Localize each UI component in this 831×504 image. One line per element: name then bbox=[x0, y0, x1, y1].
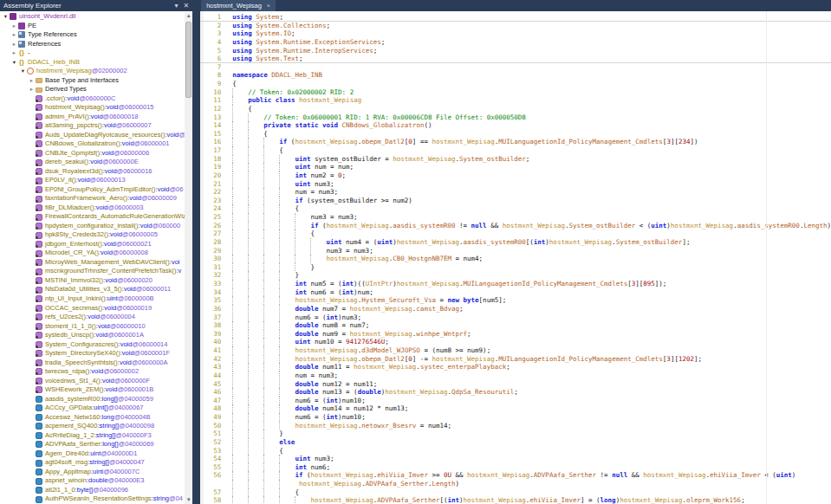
expander-icon[interactable]: ▸ bbox=[10, 48, 18, 58]
tree-item[interactable]: hostmxnt_Wepisag() : void @06000015 bbox=[0, 103, 185, 113]
code-line[interactable]: 45double num12 = num11; bbox=[200, 380, 831, 389]
tree-item[interactable]: twrecws_rdpa() : void @06000002 bbox=[0, 367, 185, 377]
tree-item[interactable]: faxntationFramework_Aero() : void @06000… bbox=[0, 194, 185, 204]
tree-item[interactable]: System_Configurascres() : void @06000014 bbox=[0, 340, 185, 350]
code-line[interactable]: 31} bbox=[200, 263, 831, 272]
tree-item[interactable]: ▾uinsoht_Wvdenrl.dll bbox=[0, 12, 185, 22]
tree-item[interactable]: OCCAC_secnmas() : void @06000019 bbox=[0, 304, 185, 313]
tab-close-icon[interactable]: × bbox=[267, 0, 270, 11]
expander-icon[interactable]: ▸ bbox=[10, 40, 18, 49]
code-line[interactable]: 8namespace DDACL_Heb_INB bbox=[200, 71, 831, 80]
tree-item[interactable]: Acceswz_Netw160 : long @0400004B bbox=[0, 413, 185, 423]
tree-item[interactable]: EP0LV_it() : void @06000013 bbox=[0, 176, 185, 185]
code-line[interactable]: 16if (hostmxnt_Wepisag.obepm_Datl2[0] ==… bbox=[200, 138, 831, 146]
code-line[interactable]: 38double num8 = num7; bbox=[200, 321, 831, 330]
code-line[interactable]: 25num3 = num3; bbox=[200, 213, 831, 222]
tree-item[interactable]: mscnkgroundTrhnsfer_ContentPrefetchTask(… bbox=[0, 267, 185, 276]
code-line[interactable]: 5using System.Runtime.InteropServices; bbox=[200, 47, 831, 55]
tree-item[interactable]: admim_PrAVI() : void @06000018 bbox=[0, 113, 185, 122]
code-line[interactable]: 28uint num4 = (uint)hostmxnt_Wepisag.aas… bbox=[200, 238, 831, 247]
tab-hostmxnt-wepisag[interactable]: hostmxnt_Wepisag × bbox=[201, 0, 276, 11]
expander-icon[interactable]: ▾ bbox=[10, 58, 18, 68]
code-line[interactable]: 35hostmxnt_Wepisag.Hystem_Securoft_Vsa =… bbox=[200, 296, 831, 305]
tree-item[interactable]: AuthPWSeanIn_ResentationSettings : strin… bbox=[0, 494, 185, 504]
tree-item[interactable]: ▸References bbox=[0, 40, 185, 49]
code-line[interactable]: 29num3 = num3; bbox=[200, 247, 831, 255]
tree-item[interactable]: EP0Nt_GroupPolicy_AdmTmplEditor() : void… bbox=[0, 185, 185, 195]
tree-item[interactable]: agt04soft_msg : string[] @04000047 bbox=[0, 458, 185, 468]
tree-item[interactable]: ati2l1_1_0 : byte[] @04000096 bbox=[0, 486, 185, 495]
tree-item[interactable]: ▸{}- bbox=[0, 48, 185, 58]
expander-icon[interactable]: ▸ bbox=[10, 30, 18, 40]
expander-icon[interactable]: ▾ bbox=[19, 67, 27, 76]
code-line[interactable]: 4using System.Runtime.ExceptionServices; bbox=[200, 38, 831, 47]
code-line[interactable]: 18uint system_ostBuilder = hostmxnt_Wepi… bbox=[200, 155, 831, 164]
code-line[interactable]: 46double num13 = (double)hostmxnt_Wepisa… bbox=[200, 388, 831, 397]
code-line[interactable]: 36double num7 = hostmxnt_Wepisag.camst_B… bbox=[200, 305, 831, 313]
code-line[interactable]: 40uint num10 = 941276546U; bbox=[200, 338, 831, 346]
tree-item[interactable]: ▸Derived Types bbox=[0, 85, 185, 94]
tree-item[interactable]: ▾hostmxnt_Wepisag @02000002 bbox=[0, 67, 185, 76]
code-line[interactable]: hostmxnt_Wepisag.ADVPAafa_Serther.Length… bbox=[200, 480, 831, 488]
tree-scrollbar[interactable]: ▲ ▼ bbox=[185, 12, 192, 504]
tree-item[interactable]: ▸Type References bbox=[0, 30, 185, 40]
tree-item[interactable]: jdbgom_Enterhost() : void @06000021 bbox=[0, 240, 185, 249]
code-line[interactable]: 27{ bbox=[200, 229, 831, 238]
code-line[interactable]: 12{ bbox=[200, 105, 831, 113]
tree-item[interactable]: dsuk_Royaleext3d() : void @06000016 bbox=[0, 167, 185, 177]
code-line[interactable]: 55int num6; bbox=[200, 463, 831, 472]
chevron-down-icon[interactable]: ▾ bbox=[174, 0, 178, 11]
code-line[interactable]: 7 bbox=[200, 63, 831, 72]
tree-item[interactable]: ati3aming_pspctrs() : void @06000007 bbox=[0, 121, 185, 131]
code-line[interactable]: 19uint num = num; bbox=[200, 163, 831, 171]
code-line[interactable]: 51} bbox=[200, 430, 831, 438]
code-line[interactable]: 17{ bbox=[200, 146, 831, 155]
code-line[interactable]: 21uint num3; bbox=[200, 180, 831, 189]
tree-item[interactable]: .cctor() : void @0600000C bbox=[0, 94, 185, 104]
tree-item[interactable]: MicroyWeb_Management_WebDAVClient() : vo… bbox=[0, 258, 185, 268]
code-line[interactable]: 15{ bbox=[200, 130, 831, 139]
tree-item[interactable]: CNBJte_Gpmptsf() : void @06000006 bbox=[0, 149, 185, 158]
code-line[interactable]: 52else bbox=[200, 438, 831, 447]
code-line[interactable]: 23if (system_ostBuilder >= num2) bbox=[200, 197, 831, 205]
code-line[interactable]: 9{ bbox=[200, 80, 831, 88]
code-line[interactable]: 56if (hostmxnt_Wepisag.ehiViia_Imver >= … bbox=[200, 471, 831, 480]
tree-item[interactable]: CNBdows_Globalizatron() : void @06000001 bbox=[0, 139, 185, 149]
tree-item[interactable]: MSTINI_Immvol32() : void @06000020 bbox=[0, 276, 185, 286]
expander-icon[interactable]: ▾ bbox=[2, 12, 10, 22]
code-line[interactable]: 26if (hostmxnt_Wepisag.aasdis_systemR00 … bbox=[200, 222, 831, 230]
tree-item[interactable]: refs_U2ces2() : void @06000004 bbox=[0, 313, 185, 322]
code-line[interactable]: 50hostmxnt_Wepisag.netowxr_Bsesrv = num1… bbox=[200, 422, 831, 430]
tree-item[interactable]: acpement_SQ400 : string[] @04000098 bbox=[0, 422, 185, 431]
tree-item[interactable]: dereb_seakui() : void @0600000E bbox=[0, 158, 185, 167]
scrollbar-thumb[interactable] bbox=[185, 22, 192, 98]
code-line[interactable]: 49num6 = (int)num10; bbox=[200, 413, 831, 422]
code-line[interactable]: 1using System; bbox=[200, 13, 831, 22]
code-line[interactable]: 37num6 = (int)num3; bbox=[200, 313, 831, 322]
code-line[interactable]: 34int num6 = (int)num; bbox=[200, 288, 831, 297]
code-line[interactable]: 20int num2 = 0; bbox=[200, 171, 831, 180]
tree-item[interactable]: tradia_SpeechSynthtsis() : void @0600000… bbox=[0, 359, 185, 368]
tree-item[interactable]: NlsData0d_Utilities_v3_5() : void @06000… bbox=[0, 285, 185, 294]
code-line[interactable]: 22num = num3; bbox=[200, 188, 831, 197]
tree-item[interactable]: voicednws_St1_4() : void @0600000F bbox=[0, 377, 185, 386]
tree-item[interactable]: aasdis_systemR00 : long[] @04000059 bbox=[0, 395, 185, 404]
tree-item[interactable]: hpk8Sty_Crededs32() : void @06000005 bbox=[0, 230, 185, 240]
close-icon[interactable]: ✕ bbox=[183, 0, 189, 11]
tree-item[interactable]: ACCcy_GPData : uint[] @04000067 bbox=[0, 404, 185, 413]
code-line[interactable]: 6using System.Text; bbox=[200, 55, 831, 63]
tree-item[interactable]: FirewallContzards_AutomaticRuleGeneratio… bbox=[0, 212, 185, 222]
tree-item[interactable]: AcRriteDiag_1_2 : string[] @040000F3 bbox=[0, 431, 185, 441]
code-line[interactable]: 44num = num3; bbox=[200, 372, 831, 380]
code-line[interactable]: 39double num9 = hostmxnt_Wepisag.winhpe_… bbox=[200, 330, 831, 339]
tree-item[interactable]: ntp_UI_Input_Inkini() : uint @0600000B bbox=[0, 294, 185, 304]
code-line[interactable]: 57{ bbox=[200, 488, 831, 497]
tree-item[interactable]: hpdystem_configuratioz_install() : void … bbox=[0, 222, 185, 231]
code-line[interactable]: 48double num14 = num12 * num13; bbox=[200, 404, 831, 413]
code-line[interactable]: 33int num5 = (int)((UIntPtr)hostmxnt_Wep… bbox=[200, 280, 831, 288]
code-line[interactable]: 41hostmxnt_Wepisag.d3dModel_WJOPSO = (nu… bbox=[200, 346, 831, 355]
tree-item[interactable]: ▸Base Type and Interfaces bbox=[0, 76, 185, 86]
tree-item[interactable]: ▸PE bbox=[0, 22, 185, 31]
code-line[interactable]: 24{ bbox=[200, 204, 831, 213]
tree-item[interactable]: fiBr_DLMiadcer() : void @06000003 bbox=[0, 204, 185, 213]
